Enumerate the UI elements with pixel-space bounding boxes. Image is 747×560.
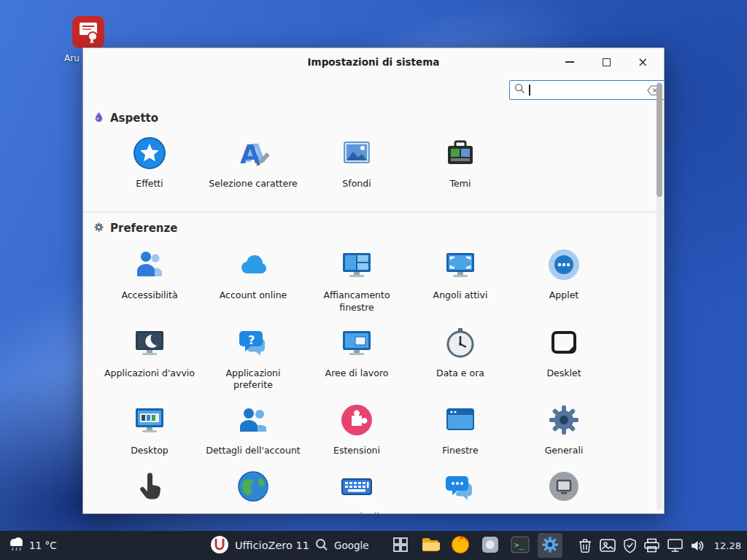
- settings-item-desklet[interactable]: Desklet: [512, 325, 616, 392]
- brand-label: UfficioZero 11: [235, 540, 309, 551]
- web-search-button[interactable]: Google: [315, 531, 369, 560]
- settings-item-angoli-attivi[interactable]: Angoli attivi: [409, 247, 512, 314]
- display-icon[interactable]: [667, 539, 683, 553]
- taskbar: 11 °C UfficioZero 11 Google: [0, 531, 747, 560]
- section-title: Preferenze: [110, 222, 177, 235]
- weather-widget[interactable]: 11 °C: [7, 531, 57, 560]
- settings-item-selezione-carattere[interactable]: AA Selezione carattere: [201, 136, 305, 190]
- settings-item-finestre[interactable]: Finestre: [409, 402, 512, 456]
- desktop-icon: [132, 402, 167, 440]
- accessibility-icon: [132, 247, 167, 285]
- scrollbar-track[interactable]: [657, 82, 662, 510]
- desktop-shortcut-aruba[interactable]: [72, 16, 104, 51]
- svg-text:>_: >_: [514, 540, 525, 550]
- minimize-button[interactable]: [562, 54, 578, 70]
- effects-star-icon: [132, 136, 167, 174]
- settings-item-dettagli-account[interactable]: Dettagli dell'account: [201, 402, 305, 456]
- settings-item-label: Affiancamento finestre: [309, 289, 405, 314]
- settings-item-desktop[interactable]: Desktop: [98, 402, 201, 456]
- maximize-icon: [603, 58, 611, 66]
- settings-item-gesti[interactable]: [98, 469, 201, 514]
- settings-gear-icon: [541, 535, 560, 556]
- clock-widget[interactable]: 12.28: [714, 531, 741, 560]
- settings-item-account-online[interactable]: Account online: [201, 247, 305, 314]
- text-cursor: [529, 85, 530, 96]
- settings-item-sfondi[interactable]: Sfondi: [305, 136, 409, 190]
- settings-item-effetti[interactable]: Effetti: [98, 136, 201, 190]
- backgrounds-icon: [339, 136, 374, 174]
- settings-item-affiancamento-finestre[interactable]: Affiancamento finestre: [305, 247, 409, 314]
- settings-item-notifiche[interactable]: [409, 469, 512, 514]
- file-manager-button[interactable]: [418, 533, 443, 558]
- window-titlebar[interactable]: Impostazioni di sistema ×: [83, 48, 664, 76]
- folder-icon: [421, 537, 440, 555]
- section-title: Aspetto: [110, 112, 158, 125]
- search-icon: [315, 538, 328, 553]
- workspaces-icon: [339, 325, 374, 363]
- settings-item-label: Account online: [220, 289, 287, 301]
- media-icon[interactable]: [600, 539, 616, 552]
- windows-icon: [443, 402, 478, 440]
- settings-item-aree-di-lavoro[interactable]: Aree di lavoro: [305, 325, 409, 392]
- desklet-icon: [546, 325, 581, 363]
- settings-item-label: Temi: [450, 178, 471, 190]
- clock-icon: [443, 325, 478, 363]
- app-grid-icon: [392, 537, 409, 555]
- settings-item-applicazioni-preferite[interactable]: ? Applicazioni preferite: [201, 325, 305, 392]
- minimize-icon: [565, 61, 574, 63]
- system-tray: [578, 531, 705, 560]
- font-selection-icon: AA: [236, 136, 271, 174]
- menu-button[interactable]: UfficioZero 11: [210, 531, 309, 560]
- settings-item-applet[interactable]: Applet: [512, 247, 616, 314]
- taskbar-app-icons: >_: [388, 531, 562, 560]
- volume-icon[interactable]: [691, 540, 705, 552]
- ufficiozero-logo-icon: [210, 535, 229, 556]
- cloud-icon: [236, 247, 271, 285]
- printer-icon[interactable]: [644, 538, 659, 553]
- globe-icon: [236, 469, 271, 507]
- shield-icon[interactable]: [624, 538, 636, 553]
- settings-item-label: Effetti: [136, 178, 163, 190]
- close-button[interactable]: ×: [635, 54, 651, 70]
- system-settings-window: Impostazioni di sistema × Aspetto Effe: [82, 47, 665, 514]
- hot-corners-icon: [443, 247, 478, 285]
- firefox-button[interactable]: [448, 533, 473, 558]
- search-label: Google: [334, 540, 369, 551]
- settings-item-label: Applicazioni preferite: [205, 368, 301, 392]
- settings-item-label: Data e ora: [436, 368, 484, 379]
- settings-item-accessibilita[interactable]: Accessibilità: [98, 247, 201, 314]
- settings-item-label: Dettagli dell'account: [206, 445, 300, 456]
- scrollbar-thumb[interactable]: [657, 83, 662, 197]
- applet-icon: [546, 247, 581, 285]
- trash-icon[interactable]: [578, 538, 592, 553]
- appearance-drop-icon: [93, 112, 104, 125]
- startup-apps-icon: [132, 325, 167, 363]
- settings-item-data-e-ora[interactable]: Data e ora: [409, 325, 512, 392]
- app-launcher-button[interactable]: [478, 533, 503, 558]
- maximize-button[interactable]: [598, 54, 614, 70]
- settings-item-applicazioni-avvio[interactable]: Applicazioni d'avvio: [98, 325, 201, 392]
- aspetto-grid: Effetti AA Selezione carattere Sfondi Te…: [83, 136, 664, 190]
- settings-item-label: Generali: [545, 445, 584, 456]
- settings-item-label: Desktop: [131, 445, 169, 456]
- keyboard-icon: [339, 469, 374, 507]
- search-icon: [514, 83, 525, 97]
- settings-item-temi[interactable]: Temi: [409, 136, 512, 190]
- settings-item-metodo-di-input[interactable]: Metodo di: [305, 469, 409, 514]
- settings-item-estensioni[interactable]: Estensioni: [305, 402, 409, 456]
- settings-item-label: Angoli attivi: [433, 289, 488, 301]
- terminal-button[interactable]: >_: [508, 533, 533, 558]
- gear-icon: [93, 222, 104, 236]
- settings-item-privacy[interactable]: [512, 469, 616, 514]
- system-settings-button[interactable]: [538, 533, 562, 558]
- settings-item-label: Metodo di: [334, 511, 379, 514]
- svg-text:?: ?: [248, 332, 255, 346]
- clock-label: 12.28: [714, 540, 741, 551]
- workspace-switcher-button[interactable]: [388, 533, 413, 558]
- settings-item-label: Estensioni: [333, 445, 380, 456]
- settings-item-lingua[interactable]: [201, 469, 305, 514]
- search-input[interactable]: [509, 80, 665, 100]
- screen-gray-icon: [546, 469, 581, 507]
- settings-item-generali[interactable]: Generali: [512, 402, 616, 456]
- settings-item-label: Finestre: [442, 445, 478, 456]
